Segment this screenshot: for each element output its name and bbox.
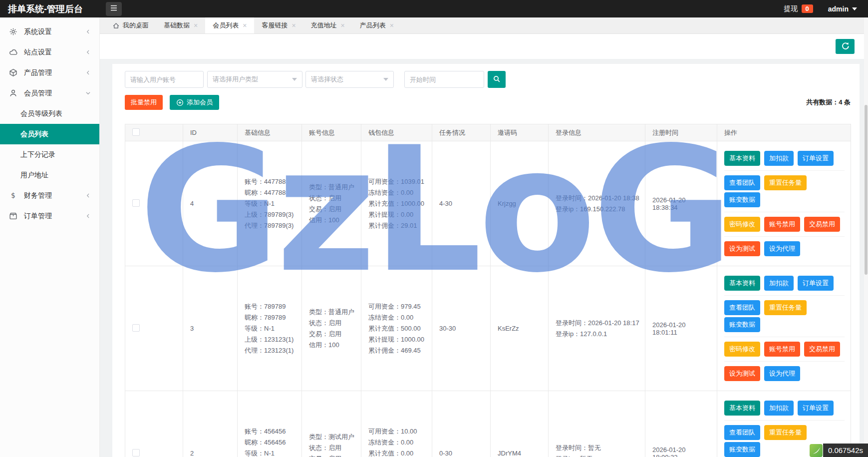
- basic-info-cell-line: 等级：N-1: [245, 198, 295, 209]
- debug-logo-icon[interactable]: [810, 444, 823, 457]
- sidebar-subitem-label: 用户地址: [20, 171, 48, 180]
- user-menu[interactable]: admin: [828, 5, 857, 13]
- tab-my-desktop[interactable]: 我的桌面: [105, 17, 156, 33]
- disable-trade-button[interactable]: 交易禁用: [804, 217, 840, 232]
- status-select[interactable]: 请选择状态: [305, 71, 394, 88]
- close-icon[interactable]: ×: [291, 22, 295, 29]
- sidebar-item-finance-management[interactable]: $财务管理: [0, 185, 99, 206]
- account-info-cell-line: 信用：100: [309, 215, 355, 226]
- row-checkbox[interactable]: [132, 199, 140, 207]
- sidebar-item-updown-records[interactable]: 上下分记录: [0, 144, 99, 165]
- select-all-checkbox[interactable]: [132, 128, 140, 136]
- sidebar-item-system-settings[interactable]: 系统设置: [0, 21, 99, 42]
- add-deduct-button[interactable]: 加扣款: [764, 276, 794, 291]
- wallet-info-cell-line: 冻结资金：0.00: [368, 437, 426, 448]
- basic-info-cell-line: 昵称：456456: [245, 437, 295, 448]
- close-icon[interactable]: ×: [194, 22, 198, 29]
- tab-label: 充值地址: [311, 21, 337, 30]
- sidebar-item-member-level-list[interactable]: 会员等级列表: [0, 103, 99, 124]
- sidebar-item-order-management[interactable]: 订单管理: [0, 206, 99, 226]
- page-scrollbar[interactable]: [864, 17, 868, 457]
- tab-product-list[interactable]: 产品列表×: [352, 17, 401, 33]
- checkbox-cell: [125, 141, 183, 266]
- add-deduct-button[interactable]: 加扣款: [764, 401, 794, 416]
- sidebar-subitem-label: 会员列表: [20, 130, 48, 139]
- change-password-button[interactable]: 密码修改: [724, 217, 760, 232]
- column-header: 任务情况: [432, 124, 491, 141]
- close-icon[interactable]: ×: [243, 22, 247, 29]
- table-row: 4账号：447788昵称：447788等级：N-1上级：789789(3)代理：…: [125, 141, 851, 266]
- column-header: 注册时间: [645, 124, 717, 141]
- withdraw-link[interactable]: 提现 0: [784, 4, 813, 13]
- set-test-button[interactable]: 设为测试: [724, 241, 760, 256]
- add-member-button[interactable]: 添加会员: [170, 95, 219, 110]
- balance-data-button[interactable]: 账变数据: [724, 317, 760, 332]
- order-settings-button[interactable]: 订单设置: [798, 401, 834, 416]
- change-password-button[interactable]: 密码修改: [724, 342, 760, 357]
- start-time-input[interactable]: [404, 71, 484, 88]
- tab-member-list[interactable]: 会员列表×: [205, 17, 254, 33]
- search-button[interactable]: [488, 71, 506, 88]
- disable-account-button[interactable]: 账号禁用: [764, 217, 800, 232]
- balance-data-button[interactable]: 账变数据: [724, 442, 760, 457]
- id-cell: 3: [183, 266, 238, 391]
- view-team-button[interactable]: 查看团队: [724, 425, 760, 440]
- account-input[interactable]: [125, 71, 204, 88]
- view-team-button[interactable]: 查看团队: [724, 300, 760, 315]
- set-test-button[interactable]: 设为测试: [724, 366, 760, 381]
- login-info-cell-line: 登录ip：127.0.0.1: [556, 329, 639, 340]
- refresh-button[interactable]: [836, 39, 855, 54]
- wallet-info-cell-line: 冻结资金：0.00: [368, 312, 426, 323]
- view-team-button[interactable]: 查看团队: [724, 175, 760, 190]
- plus-circle-icon: [176, 99, 184, 106]
- wallet-info-cell-line: 可用资金：10.00: [368, 426, 426, 437]
- disable-trade-button[interactable]: 交易禁用: [804, 342, 840, 357]
- row-checkbox[interactable]: [132, 449, 140, 457]
- row-checkbox[interactable]: [132, 324, 140, 332]
- sidebar-toggle-button[interactable]: [106, 2, 122, 16]
- account-info-cell-line: 信用：100: [309, 340, 355, 351]
- basic-info-button[interactable]: 基本资料: [724, 276, 760, 291]
- action-button-group: 基本资料加扣款订单设置: [724, 146, 845, 171]
- table-row: 3账号：789789昵称：789789等级：N-1上级：123123(1)代理：…: [125, 266, 851, 391]
- sidebar-subitem-label: 上下分记录: [20, 150, 55, 159]
- chevron-down-icon: [85, 90, 91, 96]
- order-settings-button[interactable]: 订单设置: [798, 276, 834, 291]
- reset-task-button[interactable]: 重置任务量: [764, 300, 807, 315]
- balance-data-button[interactable]: 账变数据: [724, 192, 760, 207]
- add-deduct-button[interactable]: 加扣款: [764, 151, 794, 166]
- tab-basic-data[interactable]: 基础数据×: [156, 17, 205, 33]
- account-info-cell-line: 交易：启用: [309, 329, 355, 340]
- table-row: 2账号：456456昵称：456456等级：N-1上级：暂无(0)代理：暂无(0…: [125, 391, 851, 457]
- basic-info-cell-line: 昵称：447788: [245, 187, 295, 198]
- sidebar-item-user-address[interactable]: 用户地址: [0, 165, 99, 185]
- disable-account-button[interactable]: 账号禁用: [764, 342, 800, 357]
- status-placeholder: 请选择状态: [311, 75, 343, 84]
- close-icon[interactable]: ×: [341, 22, 345, 29]
- sidebar-item-member-list[interactable]: 会员列表: [0, 124, 99, 144]
- set-agent-button[interactable]: 设为代理: [764, 241, 800, 256]
- table-header-row: ID基础信息账号信息钱包信息任务情况邀请码登录信息注册时间操作: [125, 124, 851, 141]
- basic-info-button[interactable]: 基本资料: [724, 151, 760, 166]
- basic-info-cell-line: 账号：456456: [245, 426, 295, 437]
- task-cell: 30-30: [432, 266, 491, 391]
- main-area: 我的桌面基础数据×会员列表×客服链接×充值地址×产品列表× 请选择用户类型 请选…: [100, 17, 868, 457]
- tab-service-link[interactable]: 客服链接×: [254, 17, 303, 33]
- scrollbar-thumb[interactable]: [865, 105, 868, 275]
- batch-disable-button[interactable]: 批量禁用: [125, 95, 163, 110]
- set-agent-button[interactable]: 设为代理: [764, 366, 800, 381]
- reset-task-button[interactable]: 重置任务量: [764, 425, 807, 440]
- wallet-info-cell: 可用资金：10.00冻结资金：0.00累计充值：0.00累计提现：0.00累计佣…: [361, 391, 432, 457]
- order-settings-button[interactable]: 订单设置: [798, 151, 834, 166]
- wallet-info-cell-line: 累计提现：1000.00: [368, 334, 426, 345]
- column-header: 账号信息: [302, 124, 361, 141]
- close-icon[interactable]: ×: [390, 22, 394, 29]
- user-type-select[interactable]: 请选择用户类型: [207, 71, 302, 88]
- basic-info-button[interactable]: 基本资料: [724, 401, 760, 416]
- sidebar-item-product-management[interactable]: 产品管理: [0, 62, 99, 83]
- user-type-placeholder: 请选择用户类型: [213, 75, 258, 84]
- sidebar-item-member-management[interactable]: 会员管理: [0, 83, 99, 103]
- tab-recharge-address[interactable]: 充值地址×: [303, 17, 352, 33]
- sidebar-item-site-settings[interactable]: 站点设置: [0, 42, 99, 62]
- reset-task-button[interactable]: 重置任务量: [764, 175, 807, 190]
